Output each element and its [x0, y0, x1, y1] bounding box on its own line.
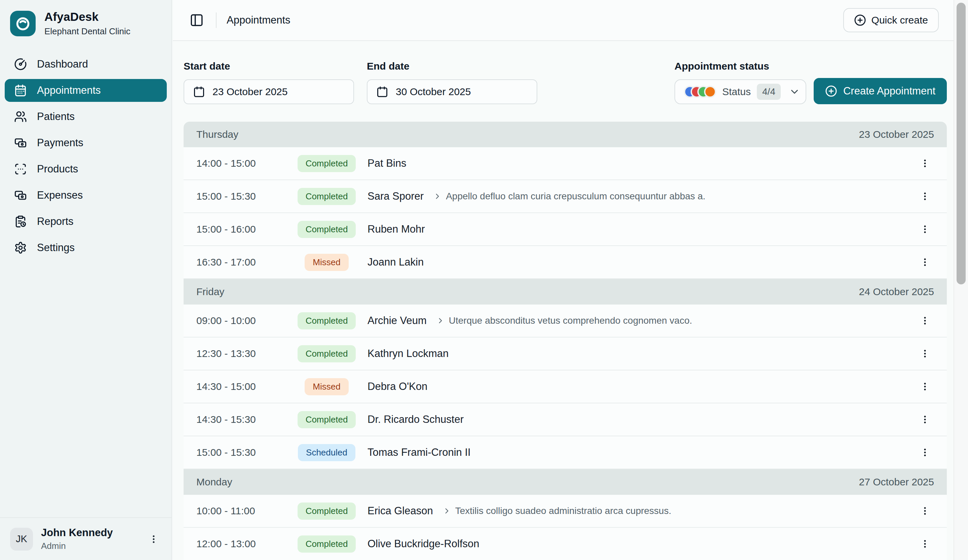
kebab-icon	[920, 158, 930, 168]
appointment-time: 14:30 - 15:00	[196, 381, 297, 392]
status-badge: Missed	[305, 254, 348, 271]
appointment-time: 09:00 - 10:00	[196, 315, 297, 326]
appointment-row[interactable]: 15:00 - 15:30 Completed Sara Sporer Appe…	[184, 180, 947, 213]
sidebar: AfyaDesk Elephant Dental Clinic Dashboar…	[0, 0, 172, 560]
row-menu-button[interactable]	[917, 379, 933, 394]
avatar: JK	[10, 528, 33, 550]
start-date-input[interactable]: 23 October 2025	[184, 80, 354, 104]
appointment-list: Thursday 23 October 2025 14:00 - 15:00 C…	[184, 122, 947, 560]
status-badge: Completed	[298, 312, 356, 330]
day-date: 27 October 2025	[859, 476, 934, 488]
sidebar-item-label: Expenses	[37, 189, 83, 201]
kebab-icon	[920, 414, 930, 424]
row-menu-button[interactable]	[917, 536, 933, 552]
status-dot	[704, 86, 716, 98]
sidebar-item-settings[interactable]: Settings	[5, 236, 167, 259]
plus-circle-icon	[825, 85, 837, 97]
day-group: Monday 27 October 2025 10:00 - 11:00 Com…	[184, 469, 947, 560]
row-menu-button[interactable]	[917, 254, 933, 270]
row-menu-button[interactable]	[917, 156, 933, 171]
sidebar-item-label: Payments	[37, 137, 83, 149]
end-date-value: 30 October 2025	[396, 86, 471, 98]
appointment-row[interactable]: 14:30 - 15:30 Completed Dr. Ricardo Schu…	[184, 403, 947, 436]
appointment-row[interactable]: 14:30 - 15:00 Missed Debra O'Kon	[184, 370, 947, 403]
create-appointment-label: Create Appointment	[843, 85, 935, 97]
sidebar-item-label: Settings	[37, 242, 75, 254]
appointment-row[interactable]: 15:00 - 15:30 Scheduled Tomas Frami-Cron…	[184, 436, 947, 469]
row-menu-button[interactable]	[917, 503, 933, 519]
sidebar-item-label: Products	[37, 163, 78, 175]
sidebar-item-appointments[interactable]: Appointments	[5, 79, 167, 102]
vertical-scrollbar-thumb[interactable]	[956, 3, 966, 284]
appointment-row[interactable]: 09:00 - 10:00 Completed Archie Veum Uter…	[184, 305, 947, 338]
row-menu-button[interactable]	[917, 346, 933, 361]
status-badge: Completed	[298, 155, 356, 172]
create-appointment-button[interactable]: Create Appointment	[814, 78, 947, 104]
kebab-icon	[920, 349, 930, 359]
kebab-icon	[920, 447, 930, 457]
status-count-badge: 4/4	[757, 84, 781, 100]
vertical-scrollbar-track[interactable]	[953, 0, 968, 560]
sidebar-item-dashboard[interactable]: Dashboard	[5, 53, 167, 76]
topbar-divider	[216, 12, 217, 28]
appointment-time: 14:30 - 15:30	[196, 414, 297, 425]
quick-create-label: Quick create	[872, 15, 928, 26]
patient-name: Erica Gleason	[368, 505, 433, 517]
appointment-row[interactable]: 16:30 - 17:00 Missed Joann Lakin	[184, 246, 947, 279]
gear-icon	[14, 241, 27, 254]
filters-bar: Start date 23 October 2025 End date	[184, 61, 947, 104]
end-date-label: End date	[367, 61, 537, 72]
panel-left-icon	[190, 13, 204, 27]
day-header: Friday 24 October 2025	[184, 279, 947, 305]
appointment-row[interactable]: 15:00 - 16:00 Completed Ruben Mohr	[184, 213, 947, 246]
status-badge: Missed	[305, 378, 348, 395]
appointment-row[interactable]: 12:00 - 13:00 Completed Olive Buckridge-…	[184, 528, 947, 560]
user-menu-button[interactable]	[146, 532, 161, 547]
patient-name: Sara Sporer	[368, 190, 424, 202]
status-dots-icon	[684, 86, 716, 98]
sidebar-item-label: Reports	[37, 215, 74, 227]
sidebar-item-patients[interactable]: Patients	[5, 105, 167, 128]
sidebar-item-expenses[interactable]: Expenses	[5, 184, 167, 207]
day-header: Monday 27 October 2025	[184, 469, 947, 495]
sidebar-item-products[interactable]: Products	[5, 157, 167, 181]
quick-create-button[interactable]: Quick create	[843, 8, 939, 32]
patient-name: Pat Bins	[368, 157, 406, 169]
users-icon	[14, 110, 27, 123]
appointment-note: Uterque absconditus vetus comprehendo co…	[436, 315, 692, 326]
calendar-days-icon	[14, 84, 27, 97]
kebab-icon	[920, 539, 930, 549]
row-menu-button[interactable]	[917, 189, 933, 204]
status-filter-select[interactable]: Status 4/4	[675, 80, 806, 104]
status-badge: Completed	[298, 345, 356, 362]
status-filter-text: Status	[722, 86, 751, 98]
sidebar-item-payments[interactable]: Payments	[5, 131, 167, 154]
kebab-icon	[920, 191, 930, 201]
appointment-row[interactable]: 12:30 - 13:30 Completed Kathryn Lockman	[184, 338, 947, 370]
row-menu-button[interactable]	[917, 412, 933, 427]
sidebar-item-reports[interactable]: Reports	[5, 210, 167, 233]
day-group: Friday 24 October 2025 09:00 - 10:00 Com…	[184, 279, 947, 469]
appointment-row[interactable]: 10:00 - 11:00 Completed Erica Gleason Te…	[184, 495, 947, 528]
appointment-time: 14:00 - 15:00	[196, 157, 297, 169]
end-date-input[interactable]: 30 October 2025	[367, 80, 537, 104]
banknotes-icon	[14, 136, 27, 149]
sidebar-item-label: Dashboard	[37, 58, 88, 70]
day-name: Friday	[196, 286, 224, 298]
row-menu-button[interactable]	[917, 445, 933, 460]
row-menu-button[interactable]	[917, 222, 933, 237]
page-title: Appointments	[227, 14, 290, 26]
patient-name: Debra O'Kon	[368, 381, 428, 393]
row-menu-button[interactable]	[917, 313, 933, 328]
day-date: 24 October 2025	[859, 286, 934, 298]
clipboard-clock-icon	[14, 215, 27, 228]
patient-name: Tomas Frami-Cronin II	[368, 446, 471, 459]
topbar: Appointments Quick create	[173, 0, 953, 41]
status-badge: Completed	[298, 411, 356, 428]
sidebar-item-label: Patients	[37, 111, 75, 123]
appointment-row[interactable]: 14:00 - 15:00 Completed Pat Bins	[184, 147, 947, 180]
day-header: Thursday 23 October 2025	[184, 122, 947, 147]
status-badge: Completed	[298, 535, 356, 553]
sidebar-toggle-button[interactable]	[187, 11, 206, 29]
patient-name: Olive Buckridge-Rolfson	[368, 538, 479, 550]
